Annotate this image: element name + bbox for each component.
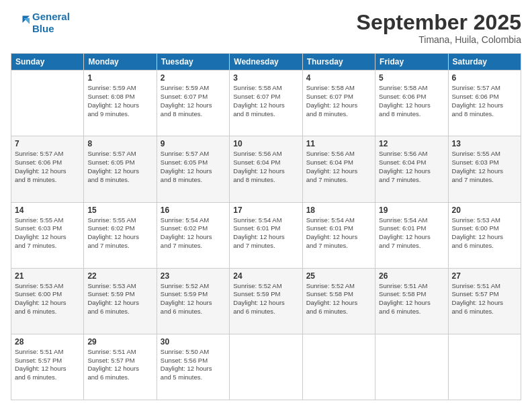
subtitle: Timana, Huila, Colombia — [357, 34, 521, 45]
table-cell: 4Sunrise: 5:58 AM Sunset: 6:07 PM Daylig… — [302, 71, 375, 136]
table-cell: 7Sunrise: 5:57 AM Sunset: 6:06 PM Daylig… — [11, 136, 84, 202]
day-info: Sunrise: 5:54 AM Sunset: 6:01 PM Dayligh… — [233, 216, 298, 250]
table-cell: 6Sunrise: 5:57 AM Sunset: 6:06 PM Daylig… — [448, 71, 521, 136]
header: General Blue September 2025 Timana, Huil… — [11, 11, 521, 45]
day-number: 29 — [87, 337, 152, 347]
table-cell: 9Sunrise: 5:57 AM Sunset: 6:05 PM Daylig… — [157, 136, 229, 202]
table-cell: 23Sunrise: 5:52 AM Sunset: 5:59 PM Dayli… — [157, 268, 229, 334]
day-number: 20 — [452, 205, 517, 215]
table-cell: 15Sunrise: 5:55 AM Sunset: 6:02 PM Dayli… — [84, 202, 157, 268]
day-number: 23 — [161, 271, 226, 281]
table-cell: 20Sunrise: 5:53 AM Sunset: 6:00 PM Dayli… — [448, 202, 521, 268]
day-number: 27 — [452, 271, 517, 281]
day-info: Sunrise: 5:59 AM Sunset: 6:08 PM Dayligh… — [87, 84, 152, 118]
day-info: Sunrise: 5:56 AM Sunset: 6:04 PM Dayligh… — [233, 150, 298, 184]
day-info: Sunrise: 5:57 AM Sunset: 6:06 PM Dayligh… — [15, 150, 80, 184]
day-number: 9 — [161, 139, 226, 148]
week-row-4: 21Sunrise: 5:53 AM Sunset: 6:00 PM Dayli… — [11, 268, 521, 334]
table-cell: 25Sunrise: 5:52 AM Sunset: 5:58 PM Dayli… — [302, 268, 375, 334]
day-number: 6 — [452, 73, 517, 83]
week-row-3: 14Sunrise: 5:55 AM Sunset: 6:03 PM Dayli… — [11, 202, 521, 268]
table-cell: 29Sunrise: 5:51 AM Sunset: 5:57 PM Dayli… — [84, 334, 157, 400]
day-number: 7 — [15, 139, 80, 148]
week-row-2: 7Sunrise: 5:57 AM Sunset: 6:06 PM Daylig… — [11, 136, 521, 202]
day-number: 12 — [379, 139, 444, 148]
day-number: 15 — [87, 205, 152, 215]
day-info: Sunrise: 5:54 AM Sunset: 6:02 PM Dayligh… — [161, 216, 226, 250]
day-info: Sunrise: 5:57 AM Sunset: 6:05 PM Dayligh… — [87, 150, 152, 184]
day-number: 13 — [452, 139, 517, 148]
day-info: Sunrise: 5:52 AM Sunset: 5:59 PM Dayligh… — [161, 282, 226, 316]
day-info: Sunrise: 5:59 AM Sunset: 6:07 PM Dayligh… — [161, 84, 226, 118]
day-info: Sunrise: 5:54 AM Sunset: 6:01 PM Dayligh… — [306, 216, 371, 250]
table-cell: 22Sunrise: 5:53 AM Sunset: 5:59 PM Dayli… — [84, 268, 157, 334]
day-info: Sunrise: 5:55 AM Sunset: 6:02 PM Dayligh… — [87, 216, 152, 250]
day-number: 14 — [15, 205, 80, 215]
day-number: 28 — [15, 337, 80, 347]
logo-line2: Blue — [32, 23, 54, 34]
day-info: Sunrise: 5:51 AM Sunset: 5:57 PM Dayligh… — [15, 348, 80, 382]
col-thursday: Thursday — [302, 54, 375, 71]
table-cell — [375, 334, 448, 400]
calendar-table: Sunday Monday Tuesday Wednesday Thursday… — [11, 53, 521, 400]
col-monday: Monday — [84, 54, 157, 71]
logo-text: General Blue — [32, 11, 70, 35]
title-block: September 2025 Timana, Huila, Colombia — [357, 11, 521, 45]
table-cell — [11, 71, 84, 136]
day-info: Sunrise: 5:55 AM Sunset: 6:03 PM Dayligh… — [452, 150, 517, 184]
day-info: Sunrise: 5:56 AM Sunset: 6:04 PM Dayligh… — [306, 150, 371, 184]
day-number: 17 — [233, 205, 298, 215]
col-sunday: Sunday — [11, 54, 84, 71]
week-row-1: 1Sunrise: 5:59 AM Sunset: 6:08 PM Daylig… — [11, 71, 521, 136]
day-info: Sunrise: 5:55 AM Sunset: 6:03 PM Dayligh… — [15, 216, 80, 250]
day-info: Sunrise: 5:57 AM Sunset: 6:06 PM Dayligh… — [452, 84, 517, 118]
day-number: 8 — [87, 139, 152, 148]
day-info: Sunrise: 5:53 AM Sunset: 6:00 PM Dayligh… — [15, 282, 80, 316]
day-info: Sunrise: 5:58 AM Sunset: 6:07 PM Dayligh… — [306, 84, 371, 118]
col-tuesday: Tuesday — [157, 54, 229, 71]
table-cell — [302, 334, 375, 400]
table-cell: 8Sunrise: 5:57 AM Sunset: 6:05 PM Daylig… — [84, 136, 157, 202]
day-info: Sunrise: 5:51 AM Sunset: 5:57 PM Dayligh… — [452, 282, 517, 316]
table-cell: 1Sunrise: 5:59 AM Sunset: 6:08 PM Daylig… — [84, 71, 157, 136]
col-friday: Friday — [375, 54, 448, 71]
day-number: 22 — [87, 271, 152, 281]
day-number: 10 — [233, 139, 298, 148]
day-info: Sunrise: 5:58 AM Sunset: 6:07 PM Dayligh… — [233, 84, 298, 118]
table-cell: 27Sunrise: 5:51 AM Sunset: 5:57 PM Dayli… — [448, 268, 521, 334]
logo-icon — [11, 13, 30, 32]
day-number: 16 — [161, 205, 226, 215]
day-number: 19 — [379, 205, 444, 215]
table-cell: 14Sunrise: 5:55 AM Sunset: 6:03 PM Dayli… — [11, 202, 84, 268]
day-info: Sunrise: 5:51 AM Sunset: 5:58 PM Dayligh… — [379, 282, 444, 316]
day-info: Sunrise: 5:51 AM Sunset: 5:57 PM Dayligh… — [87, 348, 152, 382]
week-row-5: 28Sunrise: 5:51 AM Sunset: 5:57 PM Dayli… — [11, 334, 521, 400]
day-info: Sunrise: 5:50 AM Sunset: 5:56 PM Dayligh… — [161, 348, 226, 382]
table-cell: 24Sunrise: 5:52 AM Sunset: 5:59 PM Dayli… — [230, 268, 302, 334]
day-number: 26 — [379, 271, 444, 281]
table-cell: 28Sunrise: 5:51 AM Sunset: 5:57 PM Dayli… — [11, 334, 84, 400]
day-number: 25 — [306, 271, 371, 281]
day-info: Sunrise: 5:52 AM Sunset: 5:59 PM Dayligh… — [233, 282, 298, 316]
table-cell: 16Sunrise: 5:54 AM Sunset: 6:02 PM Dayli… — [157, 202, 229, 268]
day-number: 11 — [306, 139, 371, 148]
day-info: Sunrise: 5:53 AM Sunset: 6:00 PM Dayligh… — [452, 216, 517, 250]
day-number: 21 — [15, 271, 80, 281]
day-info: Sunrise: 5:58 AM Sunset: 6:06 PM Dayligh… — [379, 84, 444, 118]
table-cell: 11Sunrise: 5:56 AM Sunset: 6:04 PM Dayli… — [302, 136, 375, 202]
day-number: 2 — [161, 73, 226, 83]
table-cell: 3Sunrise: 5:58 AM Sunset: 6:07 PM Daylig… — [230, 71, 302, 136]
page: General Blue September 2025 Timana, Huil… — [0, 0, 532, 411]
day-number: 1 — [87, 73, 152, 83]
table-cell: 30Sunrise: 5:50 AM Sunset: 5:56 PM Dayli… — [157, 334, 229, 400]
day-number: 30 — [161, 337, 226, 347]
month-title: September 2025 — [357, 11, 521, 34]
table-cell: 2Sunrise: 5:59 AM Sunset: 6:07 PM Daylig… — [157, 71, 229, 136]
table-cell: 12Sunrise: 5:56 AM Sunset: 6:04 PM Dayli… — [375, 136, 448, 202]
day-info: Sunrise: 5:54 AM Sunset: 6:01 PM Dayligh… — [379, 216, 444, 250]
table-cell: 17Sunrise: 5:54 AM Sunset: 6:01 PM Dayli… — [230, 202, 302, 268]
day-info: Sunrise: 5:56 AM Sunset: 6:04 PM Dayligh… — [379, 150, 444, 184]
calendar-header-row: Sunday Monday Tuesday Wednesday Thursday… — [11, 54, 521, 71]
day-number: 5 — [379, 73, 444, 83]
day-info: Sunrise: 5:52 AM Sunset: 5:58 PM Dayligh… — [306, 282, 371, 316]
